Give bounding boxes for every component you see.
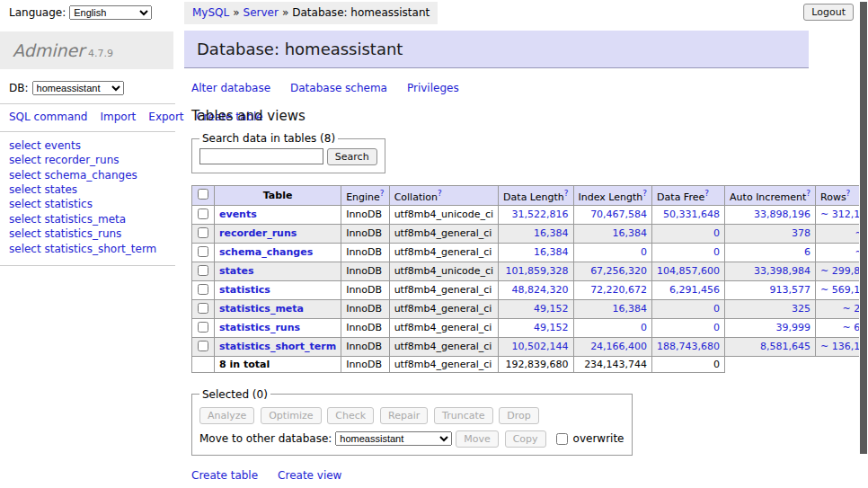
row-checkbox[interactable] bbox=[198, 209, 208, 219]
logout-button[interactable]: Logout bbox=[803, 4, 854, 21]
table-link[interactable]: schema_changes bbox=[219, 246, 313, 258]
language-select[interactable]: English bbox=[69, 5, 152, 20]
export-link[interactable]: Export bbox=[148, 111, 183, 123]
selected-legend: Selected (0) bbox=[199, 388, 270, 401]
table-link[interactable]: statistics bbox=[219, 284, 270, 296]
sidebar-select-statistics-meta[interactable]: select statistics_meta bbox=[9, 213, 126, 226]
auto-increment-link[interactable]: 913,577 bbox=[730, 284, 810, 296]
auto-increment-link[interactable]: 325 bbox=[730, 303, 810, 315]
optimize-button[interactable]: Optimize bbox=[261, 407, 321, 424]
help-icon[interactable]: ? bbox=[438, 189, 442, 198]
sidebar-select-recorder-runs[interactable]: select recorder_runs bbox=[9, 154, 120, 166]
data-free-link[interactable]: 104,857,600 bbox=[657, 265, 720, 277]
index-length-link[interactable]: 67,256,320 bbox=[579, 265, 648, 277]
row-checkbox[interactable] bbox=[198, 227, 208, 238]
create-table-link[interactable]: Create table bbox=[191, 469, 258, 482]
auto-increment-link[interactable]: 8,581,645 bbox=[730, 341, 810, 352]
collation-cell: utf8mb4_general_ci bbox=[389, 224, 498, 243]
sql-command-link[interactable]: SQL command bbox=[9, 111, 87, 123]
index-length-link[interactable]: 16,384 bbox=[579, 303, 648, 315]
help-icon[interactable]: ? bbox=[806, 189, 810, 198]
row-checkbox[interactable] bbox=[198, 322, 208, 333]
row-checkbox[interactable] bbox=[198, 341, 208, 351]
create-links-row: Create tableCreate view bbox=[191, 469, 868, 482]
help-icon[interactable]: ? bbox=[642, 189, 647, 198]
table-link[interactable]: statistics_short_term bbox=[219, 341, 336, 352]
data-free-link[interactable]: 0 bbox=[657, 227, 720, 239]
collation-cell: utf8mb4_general_ci bbox=[389, 243, 498, 262]
truncate-button[interactable]: Truncate bbox=[434, 407, 492, 424]
data-length-link[interactable]: 10,502,144 bbox=[503, 341, 568, 352]
search-input[interactable] bbox=[199, 148, 323, 164]
auto-increment-link[interactable]: 6 bbox=[730, 246, 810, 258]
help-icon[interactable]: ? bbox=[380, 189, 385, 198]
sidebar-select-statistics-short-term[interactable]: select statistics_short_term bbox=[9, 243, 156, 255]
breadcrumb-mysql-link[interactable]: MySQL bbox=[192, 6, 229, 19]
scrollbar-thumb[interactable] bbox=[860, 2, 867, 454]
table-link[interactable]: states bbox=[219, 265, 254, 277]
column-header-engine: Engine? bbox=[341, 186, 389, 206]
index-length-link[interactable]: 70,467,584 bbox=[579, 209, 648, 220]
alter-database-link[interactable]: Alter database bbox=[191, 82, 270, 94]
search-button[interactable]: Search bbox=[327, 148, 377, 165]
move-button[interactable]: Move bbox=[456, 430, 499, 448]
auto-increment-link[interactable]: 33,398,984 bbox=[730, 265, 810, 277]
row-checkbox[interactable] bbox=[198, 265, 208, 276]
data-free-link[interactable]: 0 bbox=[657, 246, 720, 258]
sidebar-table-links: select events select recorder_runs selec… bbox=[0, 132, 173, 265]
breadcrumb-server-link[interactable]: Server bbox=[244, 6, 279, 19]
check-button[interactable]: Check bbox=[327, 407, 374, 424]
data-free-link[interactable]: 6,291,456 bbox=[657, 284, 720, 296]
data-length-link[interactable]: 48,824,320 bbox=[503, 284, 568, 296]
index-length-link[interactable]: 24,166,400 bbox=[579, 341, 648, 352]
move-database-select[interactable]: homeassistant bbox=[335, 431, 452, 446]
index-length-link[interactable]: 72,220,672 bbox=[579, 284, 648, 296]
data-length-link[interactable]: 31,522,816 bbox=[503, 209, 568, 220]
sidebar-select-statistics[interactable]: select statistics bbox=[9, 198, 93, 210]
data-length-link[interactable]: 101,859,328 bbox=[503, 265, 568, 277]
repair-button[interactable]: Repair bbox=[380, 407, 428, 424]
auto-increment-link[interactable]: 33,898,196 bbox=[730, 209, 810, 220]
data-free-link[interactable]: 188,743,680 bbox=[657, 341, 720, 352]
database-schema-link[interactable]: Database schema bbox=[290, 82, 387, 94]
data-length-link[interactable]: 49,152 bbox=[503, 322, 568, 333]
total-collation: utf8mb4_general_ci bbox=[389, 356, 498, 372]
row-checkbox[interactable] bbox=[198, 284, 208, 295]
data-length-link[interactable]: 49,152 bbox=[503, 303, 568, 315]
copy-button[interactable]: Copy bbox=[505, 430, 546, 448]
index-length-link[interactable]: 0 bbox=[579, 246, 648, 258]
help-icon[interactable]: ? bbox=[704, 189, 709, 198]
help-icon[interactable]: ? bbox=[846, 189, 851, 198]
data-length-link[interactable]: 16,384 bbox=[503, 246, 568, 258]
data-free-link[interactable]: 50,331,648 bbox=[657, 209, 720, 220]
import-link[interactable]: Import bbox=[100, 111, 136, 123]
sidebar-select-schema-changes[interactable]: select schema_changes bbox=[9, 169, 137, 182]
auto-increment-link[interactable]: 378 bbox=[730, 227, 810, 239]
scrollbar-track[interactable] bbox=[859, 0, 868, 488]
index-length-link[interactable]: 16,384 bbox=[579, 227, 648, 239]
overwrite-checkbox[interactable] bbox=[556, 433, 568, 445]
analyze-button[interactable]: Analyze bbox=[199, 407, 254, 424]
row-checkbox[interactable] bbox=[198, 303, 208, 314]
create-view-link[interactable]: Create view bbox=[278, 469, 341, 482]
data-free-link[interactable]: 0 bbox=[657, 303, 720, 315]
row-checkbox[interactable] bbox=[198, 246, 208, 257]
data-free-link[interactable]: 0 bbox=[657, 322, 720, 333]
sidebar-select-events[interactable]: select events bbox=[9, 139, 81, 152]
sidebar-select-statistics-runs[interactable]: select statistics_runs bbox=[9, 227, 121, 240]
privileges-link[interactable]: Privileges bbox=[407, 82, 459, 94]
drop-button[interactable]: Drop bbox=[499, 407, 538, 424]
help-icon[interactable]: ? bbox=[564, 189, 569, 198]
auto-increment-link[interactable]: 39,999 bbox=[730, 322, 810, 333]
sidebar-select-states[interactable]: select states bbox=[9, 183, 77, 196]
selected-fieldset: Selected (0) Analyze Optimize Check Repa… bbox=[191, 388, 633, 456]
select-all-checkbox[interactable] bbox=[198, 189, 208, 200]
db-select[interactable]: homeassistant bbox=[32, 81, 124, 95]
table-link[interactable]: events bbox=[219, 209, 257, 220]
total-data-free: 0 bbox=[652, 356, 725, 372]
data-length-link[interactable]: 16,384 bbox=[503, 227, 568, 239]
table-link[interactable]: statistics_meta bbox=[219, 303, 304, 315]
index-length-link[interactable]: 0 bbox=[579, 322, 648, 333]
table-link[interactable]: statistics_runs bbox=[219, 322, 300, 333]
table-link[interactable]: recorder_runs bbox=[219, 227, 297, 239]
